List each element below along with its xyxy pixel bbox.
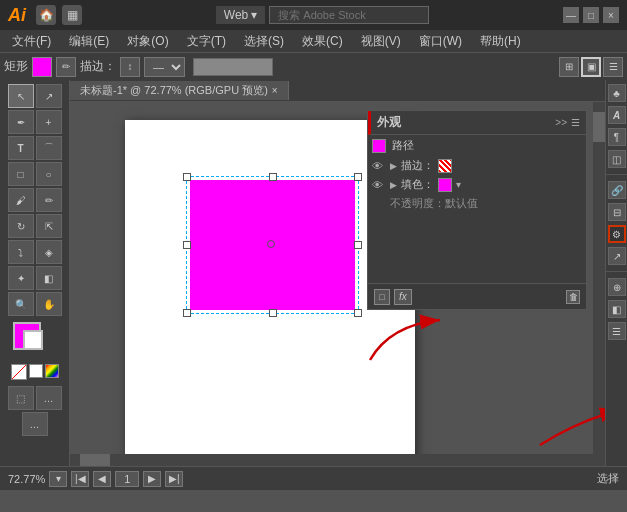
v-scroll-thumb[interactable] [593,112,605,142]
stroke-eye-icon[interactable]: 👁 [372,160,386,172]
panel-expand-icon[interactable]: >> [555,117,567,128]
menu-help[interactable]: 帮助(H) [472,31,529,52]
menu-file[interactable]: 文件(F) [4,31,59,52]
blend-tool[interactable]: ◈ [36,240,62,264]
asset-icon-btn[interactable]: ◧ [608,300,626,318]
artboard-tool[interactable]: ⬚ [8,386,34,410]
menu-text[interactable]: 文字(T) [179,31,234,52]
pen-tool[interactable]: ✒ [8,110,34,134]
menu-select[interactable]: 选择(S) [236,31,292,52]
minimize-button[interactable]: — [563,7,579,23]
gradient-tool[interactable]: ◧ [36,266,62,290]
h-scroll-thumb[interactable] [80,454,110,466]
stroke-select[interactable]: — [144,57,185,77]
fill-label: 填色： [401,177,434,192]
window-controls: — □ × [563,7,619,23]
eyedropper-tool[interactable]: ✦ [8,266,34,290]
menu-window[interactable]: 窗口(W) [411,31,470,52]
adobe-stock-search[interactable] [269,6,429,24]
fx-button[interactable]: fx [394,289,412,305]
close-button[interactable]: × [603,7,619,23]
scale-tool[interactable]: ⇱ [36,214,62,238]
rectangle-tool[interactable]: □ [8,162,34,186]
document-tab[interactable]: 未标题-1* @ 72.77% (RGB/GPU 预览) × [70,81,289,100]
color-mode-box[interactable] [29,364,43,378]
color-picker-bar[interactable] [193,58,273,76]
zoom-dropdown-btn[interactable]: ▾ [49,471,67,487]
vertical-scrollbar[interactable] [593,102,605,466]
align-btn[interactable]: ⊞ [559,57,579,77]
appearance-icon-btn[interactable]: ⚙ [608,225,626,243]
panel-title: 外观 [377,114,555,131]
stroke-type-btn[interactable]: ↕ [120,57,140,77]
libraries-icon-btn[interactable]: ☰ [608,322,626,340]
right-sidebar: ♣ A ¶ ◫ 🔗 ⊟ ⚙ ↗ ⊕ ◧ ☰ [605,80,627,466]
horizontal-scrollbar[interactable] [70,454,593,466]
tab-title: 未标题-1* @ 72.77% (RGB/GPU 预览) [80,83,268,98]
export-icon-btn[interactable]: ↗ [608,247,626,265]
fill-color-swatch[interactable] [32,57,52,77]
zoom-tool[interactable]: 🔍 [8,292,34,316]
titlebar-center: Web ▾ [88,6,557,24]
stroke-color-swatch[interactable] [438,159,452,173]
direct-select-tool[interactable]: ↗ [36,84,62,108]
tab-close-btn[interactable]: × [272,85,278,96]
extra-tool[interactable]: … [36,386,62,410]
font-icon-btn[interactable]: A [608,106,626,124]
menu-edit[interactable]: 编辑(E) [61,31,117,52]
stroke-mode-btn[interactable]: ✏ [56,57,76,77]
transform-btn[interactable]: ▣ [581,57,601,77]
hand-tool[interactable]: ✋ [36,292,62,316]
stroke-text-label: 描边： [80,58,116,75]
path-color-swatch[interactable] [372,139,386,153]
align-icon-btn[interactable]: ⊟ [608,203,626,221]
type-tool[interactable]: T [8,136,34,160]
left-tools-panel: ↖ ↗ ✒ + T ⌒ □ ○ 🖌 ✏ ↻ ⇱ ⤵ ◈ ✦ ◧ [0,80,70,466]
stroke-color-box[interactable] [23,330,43,350]
artboards-icon-btn[interactable]: ⊕ [608,278,626,296]
toolbar: 矩形 ✏ 描边： ↕ — ⊞ ▣ ☰ [0,52,627,80]
fill-expand-icon[interactable]: ▶ [390,180,397,190]
warp-tool[interactable]: ⤵ [8,240,34,264]
fill-dropdown-icon[interactable]: ▾ [456,179,461,190]
prev-btn[interactable]: ◀ [93,471,111,487]
paintbrush-tool[interactable]: 🖌 [8,188,34,212]
layers-icon-btn[interactable]: ◫ [608,150,626,168]
select-tool[interactable]: ↖ [8,84,34,108]
fill-eye-icon[interactable]: 👁 [372,179,386,191]
panel-path-row: 路径 [368,135,586,156]
page-input[interactable] [115,471,139,487]
opacity-label: 不透明度：默认值 [390,196,478,211]
anchor-tool[interactable]: + [36,110,62,134]
titlebar: Ai 🏠 ▦ Web ▾ — □ × [0,0,627,30]
workspace-button[interactable]: Web ▾ [216,6,265,24]
layout-icon[interactable]: ▦ [62,5,82,25]
path-type-tool[interactable]: ⌒ [36,136,62,160]
next-page-btn[interactable]: ▶| [165,471,183,487]
prev-page-btn[interactable]: |◀ [71,471,89,487]
maximize-button[interactable]: □ [583,7,599,23]
appearance-panel: 外观 >> ☰ 路径 👁 ▶ 描边： 👁 [367,110,587,310]
stroke-expand-icon[interactable]: ▶ [390,161,397,171]
clubs-icon-btn[interactable]: ♣ [608,84,626,102]
none-color-box[interactable] [11,364,27,380]
gradient-box[interactable] [45,364,59,378]
fill-color-swatch-panel[interactable] [438,178,452,192]
home-icon[interactable]: 🏠 [36,5,56,25]
ellipse-tool[interactable]: ○ [36,162,62,186]
misc-tool[interactable]: … [22,412,48,436]
next-btn[interactable]: ▶ [143,471,161,487]
delete-icon[interactable]: 🗑 [566,290,580,304]
pencil-tool[interactable]: ✏ [36,188,62,212]
menu-view[interactable]: 视图(V) [353,31,409,52]
rotate-tool[interactable]: ↻ [8,214,34,238]
color-area [2,322,67,380]
new-item-icon[interactable]: □ [374,289,390,305]
menu-object[interactable]: 对象(O) [119,31,176,52]
menu-toggle-btn[interactable]: ☰ [603,57,623,77]
panel-menu-icon[interactable]: ☰ [571,117,580,128]
paragraph-icon-btn[interactable]: ¶ [608,128,626,146]
menu-effect[interactable]: 效果(C) [294,31,351,52]
links-icon-btn[interactable]: 🔗 [608,181,626,199]
stroke-label: 描边： [401,158,434,173]
